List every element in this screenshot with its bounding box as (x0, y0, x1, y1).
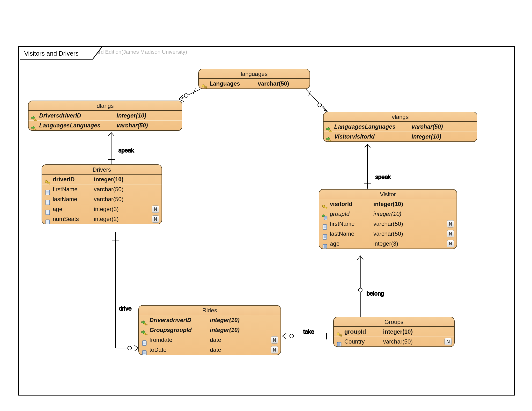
foreign-key-icon (326, 137, 332, 142)
column-icon (322, 244, 327, 249)
column-type: integer(10) (373, 211, 401, 217)
entity-title: Groups (334, 317, 454, 327)
svg-point-19 (290, 334, 294, 338)
entity-title: Visitor (319, 189, 456, 199)
entity-title: languages (199, 69, 310, 79)
foreign-key-icon (31, 125, 38, 131)
svg-rect-88 (341, 335, 342, 336)
foreign-key-icon (141, 320, 148, 326)
column-name: fromdate (150, 336, 210, 343)
column-type: integer(3) (373, 240, 398, 247)
svg-rect-59 (324, 216, 327, 220)
column-icon (45, 209, 50, 215)
column-name: driverID (53, 176, 94, 183)
nullable-badge: N (271, 336, 278, 344)
column-type: varchar(50) (373, 230, 403, 237)
svg-rect-40 (46, 190, 50, 195)
column-name: lastName (53, 196, 94, 203)
svg-rect-36 (330, 141, 332, 142)
entity-languages[interactable]: languages Languagesvarchar(50) (198, 69, 310, 89)
column-row: visitorIdinteger(10) (319, 199, 456, 209)
column-row: groupIdinteger(10) (319, 209, 456, 219)
entity-rides[interactable]: Rides DriversdriverIDinteger(10)Groupsgr… (138, 305, 281, 355)
svg-text:drive: drive (119, 305, 132, 312)
column-icon (142, 340, 147, 346)
entity-drivers[interactable]: Drivers driverIDinteger(10)firstNamevarc… (42, 164, 162, 224)
column-type: varchar(50) (412, 123, 443, 130)
column-icon (45, 219, 50, 224)
entity-vlangs[interactable]: vlangs LanguagesLanguagesvarchar(50)Visi… (323, 112, 477, 142)
svg-rect-62 (323, 224, 327, 229)
column-row: lastNamevarchar(50) (42, 194, 162, 204)
column-type: integer(2) (94, 216, 119, 223)
svg-text:belong: belong (367, 290, 384, 297)
column-row: lastNamevarchar(50)N (319, 229, 456, 239)
column-name: toDate (150, 346, 210, 353)
svg-rect-77 (145, 334, 147, 335)
svg-rect-30 (35, 120, 37, 121)
column-icon (45, 199, 50, 206)
entity-title: Rides (139, 306, 281, 315)
column-row: fromdatedateN (139, 335, 281, 345)
nullable-badge: N (152, 215, 159, 223)
entity-groups[interactable]: Groups groupIdinteger(10)Countryvarchar(… (333, 317, 455, 347)
entity-dlangs[interactable]: dlangs DriversdriverIDinteger(10)Languag… (28, 101, 182, 131)
column-name: VisitorvisitorId (334, 133, 412, 140)
entity-visitor[interactable]: Visitor visitorIdinteger(10)groupIdinteg… (319, 189, 457, 249)
svg-rect-32 (35, 130, 37, 131)
column-icon (322, 224, 327, 230)
svg-point-23 (358, 288, 362, 292)
column-type: integer(3) (94, 206, 119, 213)
column-name: age (330, 240, 373, 247)
column-type: integer(10) (383, 328, 413, 335)
column-row: ageinteger(3)N (319, 239, 456, 249)
column-name: firstName (53, 186, 94, 193)
svg-text:speak: speak (375, 174, 391, 180)
column-type: integer(10) (412, 133, 441, 140)
nullable-badge: N (447, 240, 454, 247)
column-icon (45, 189, 50, 196)
svg-text:speak: speak (118, 147, 134, 154)
column-name: DriversdriverID (150, 317, 210, 324)
column-icon (337, 342, 342, 347)
column-row: Countryvarchar(50)N (334, 336, 454, 346)
svg-line-0 (181, 89, 200, 98)
foreign-key-column-icon (321, 214, 328, 220)
foreign-key-icon (326, 127, 332, 133)
primary-key-icon (201, 84, 208, 89)
column-type: varchar(50) (94, 186, 124, 193)
column-name: groupId (330, 211, 373, 217)
column-name: GroupsgroupId (150, 327, 210, 333)
svg-rect-28 (206, 87, 207, 88)
nullable-badge: N (447, 220, 454, 227)
column-name: firstName (330, 221, 373, 227)
svg-rect-66 (323, 234, 327, 239)
column-row: numSeatsinteger(2)N (42, 214, 162, 224)
column-name: groupId (344, 328, 383, 335)
column-type: integer(10) (373, 201, 403, 207)
svg-rect-58 (326, 208, 327, 209)
column-icon (322, 234, 327, 240)
entity-title: vlangs (323, 112, 477, 122)
entity-title: dlangs (28, 101, 182, 111)
column-name: numSeats (53, 216, 94, 223)
column-type: integer(10) (116, 112, 146, 119)
column-row: driverIDinteger(10) (42, 175, 162, 184)
column-type: varchar(50) (373, 221, 403, 227)
column-row: GroupsgroupIdinteger(10) (139, 325, 281, 335)
primary-key-icon (45, 179, 51, 186)
foreign-key-icon (141, 330, 148, 336)
column-type: varchar(50) (94, 196, 124, 203)
column-row: toDatedateN (139, 345, 281, 355)
column-type: varchar(50) (383, 338, 413, 345)
primary-key-icon (322, 204, 328, 210)
column-name: age (53, 206, 94, 213)
column-row: groupIdinteger(10) (334, 327, 454, 336)
column-name: Languages (209, 80, 258, 87)
nullable-badge: N (152, 206, 159, 213)
svg-point-1 (184, 93, 188, 97)
column-row: LanguagesLanguagesvarchar(50) (28, 120, 182, 130)
column-row: VisitorvisitorIdinteger(10) (323, 131, 477, 141)
column-icon (142, 350, 147, 355)
svg-rect-44 (46, 200, 50, 205)
